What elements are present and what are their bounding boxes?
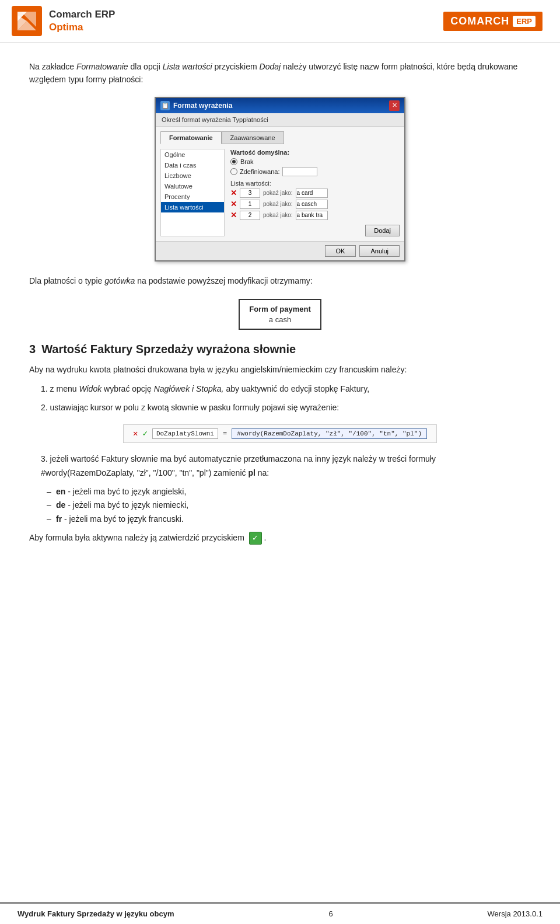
lista-num-1[interactable] [240,189,260,198]
form-of-payment-label: Form of payment [249,305,310,313]
bullet-fr-code: fr [56,514,62,524]
step3-bold: pl [248,468,255,477]
footer-version: Wersja 2013.0.1 [488,909,542,918]
body-text-1: Aby na wydruku kwota płatności drukowana… [29,363,531,377]
between-text: Dla płatności o typie gotówka na podstaw… [29,274,531,288]
page-footer: Wydruk Faktury Sprzedaży w języku obcym … [0,902,560,924]
bullet-list: en - jeżeli ma być to język angielski, d… [47,485,531,526]
radio-zdef-row: Zdefiniowana: [230,167,400,176]
step3-num: 3. [41,454,50,463]
radio-zdef-label: Zdefiniowana: [240,168,280,175]
radio-brak[interactable] [230,158,237,165]
lista-pokaz-1: pokaż jako: [263,190,293,196]
step1-item: 1. z menu Widok wybrać opcję Nagłówek i … [41,382,531,396]
lista-row-1: ✕ pokaż jako: [230,189,400,198]
lista-num-3[interactable] [240,211,260,220]
step2-num: 2. [41,403,50,412]
formula-x-icon: ✕ [133,428,138,438]
lista-pokaz-3: pokaż jako: [263,212,293,218]
dodaj-button[interactable]: Dodaj [365,225,400,236]
step2-item: 2. ustawiając kursor w polu z kwotą słow… [41,401,531,415]
logo-area: Comarch ERP Optima [12,6,115,36]
panel-item-data[interactable]: Data i czas [161,160,224,170]
lista-x-2[interactable]: ✕ [230,200,237,208]
step1-naglowek: Nagłówek i Stopka, [154,384,224,393]
section3-num: 3 [29,343,36,356]
lista-num-2[interactable] [240,200,260,209]
tab-formatowanie[interactable]: Formatowanie [160,131,222,144]
step1-text-mid: wybrać opcję [102,384,153,393]
step3-text-after: na: [256,468,269,477]
intro-italic-lista: Lista wartości [163,62,212,71]
comarch-logo-icon [12,6,42,36]
intro-text-mid2: przyciskiem [212,62,260,71]
a-cash-value: a cash [249,315,310,324]
lista-pokaz-2: pokaż jako: [263,201,293,207]
dialog-titlebar: 📋 Format wyrażenia ✕ [156,98,404,113]
dialog-subtitle-text: Określ format wyrażenia Typpłatności [162,116,268,123]
bullet-en: en - jeżeli ma być to język angielski, [47,485,531,499]
gotowka-italic: gotówka [104,276,135,285]
tab-zaawansowane[interactable]: Zaawansowane [222,131,284,144]
conclusion-text: Aby formuła była aktywna należy ją zatwi… [29,531,531,545]
main-content: Na zakładce Formatowanie dla opcji Lista… [0,43,560,598]
panel-item-procenty[interactable]: Procenty [161,191,224,202]
step3-text-before: jeżeli wartość Faktury słownie ma być au… [41,454,436,477]
payment-result-container: Form of payment a cash [29,299,531,330]
radio-group: Brak Zdefiniowana: [230,158,400,176]
bullet-en-text: - jeżeli ma być to język angielski, [65,487,186,496]
section3-heading: 3 Wartość Faktury Sprzedaży wyrażona sło… [29,343,531,356]
anuluj-button[interactable]: Anuluj [359,245,400,257]
radio-zdef[interactable] [230,168,237,175]
intro-italic-dodaj: Dodaj [260,62,281,71]
dodaj-row: Dodaj [230,225,400,236]
dialog-title-icon: 📋 [160,101,170,110]
step1-num: 1. [41,384,50,393]
section3-title: Wartość Faktury Sprzedaży wyrażona słown… [41,343,296,356]
lista-val-3[interactable] [296,211,328,220]
step3-item: 3. jeżeli wartość Faktury słownie ma być… [41,452,531,480]
intro-text-before: Na zakładce [29,62,76,71]
step1-widok: Widok [79,384,102,393]
panel-item-ogolne[interactable]: Ogólne [161,149,224,160]
bullet-de-text: - jeżeli ma być to język niemiecki, [65,500,188,510]
intro-text-mid1: dla opcji [128,62,163,71]
lista-val-2[interactable] [296,200,328,209]
footer-title: Wydruk Faktury Sprzedaży w języku obcym [18,909,174,918]
lista-x-1[interactable]: ✕ [230,189,237,197]
header-right-logo: COMARCH ERP [443,12,542,31]
radio-brak-row: Brak [230,158,400,165]
lista-val-1[interactable] [296,189,328,198]
dialog-tabs: Formatowanie Zaawansowane [160,131,400,144]
dialog-container: 📋 Format wyrażenia ✕ Określ format wyraż… [29,97,531,261]
bullet-fr-text: - jeżeli ma być to język francuski. [62,514,184,524]
panel-item-walutowe[interactable]: Walutowe [161,181,224,191]
zdefiniowana-input[interactable] [282,167,317,176]
intro-italic-formatowanie: Formatowanie [76,62,128,71]
footer-page: 6 [328,909,332,918]
bullet-de: de - jeżeli ma być to język niemiecki, [47,498,531,512]
formula-container: ✕ ✓ DoZaplatySlowni = #wordy(RazemDoZapl… [29,424,531,443]
lista-row-3: ✕ pokaż jako: [230,211,400,220]
panel-item-liczbowe[interactable]: Liczbowe [161,170,224,181]
dialog-subtitle: Określ format wyrażenia Typpłatności [156,113,404,127]
format-wyrazenia-dialog: 📋 Format wyrażenia ✕ Określ format wyraż… [155,97,405,261]
lista-label: Lista wartości: [230,180,400,187]
brand-sub: Optima [49,21,115,34]
step2-text: ustawiając kursor w polu z kwotą słownie… [50,403,340,412]
radio-brak-label: Brak [240,158,254,165]
step1-text-before: z menu [50,384,79,393]
dialog-title-text: Format wyrażenia [173,102,232,110]
ok-button[interactable]: OK [325,245,356,257]
formula-box: ✕ ✓ DoZaplatySlowni = #wordy(RazemDoZapl… [123,424,437,443]
dialog-footer: OK Anuluj [156,241,404,260]
lista-x-3[interactable]: ✕ [230,211,237,219]
lista-row-2: ✕ pokaż jako: [230,200,400,209]
panel-item-lista[interactable]: Lista wartości [161,202,224,212]
formula-value: #wordy(RazemDoZaplaty, "zł", "/100", "tn… [232,428,427,439]
dialog-inner: Ogólne Data i czas Liczbowe Walutowe Pro… [160,149,400,236]
dialog-close-button[interactable]: ✕ [389,100,400,111]
formula-field-name: DoZaplatySlowni [152,428,218,439]
confirm-icon [249,532,262,545]
intro-paragraph: Na zakładce Formatowanie dla opcji Lista… [29,60,531,86]
